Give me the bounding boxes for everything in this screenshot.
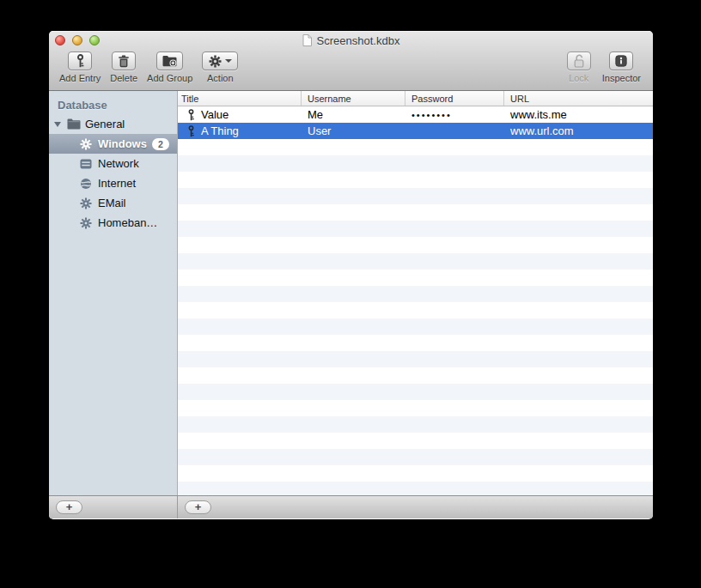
sidebar-item-general[interactable]: General <box>49 114 177 134</box>
table-row-selected[interactable]: A Thing User www.url.com <box>178 123 653 139</box>
inspector-button[interactable]: Inspector <box>602 52 641 83</box>
dropdown-arrow-icon <box>225 59 232 63</box>
window-chrome: Screenshot.kdbx Add Entry <box>49 31 653 91</box>
info-icon <box>615 55 627 67</box>
sidebar-item-windows[interactable]: Windows 2 <box>49 134 177 154</box>
entry-count-badge: 2 <box>152 138 169 150</box>
sidebar-item-label: Windows <box>98 137 147 150</box>
gear-icon <box>79 216 93 230</box>
app-window: Screenshot.kdbx Add Entry <box>49 31 653 519</box>
toolbar-left-group: Add Entry Delete <box>59 52 238 83</box>
folder-icon <box>67 118 81 131</box>
toolbar-right-group: Lock Inspector <box>567 52 641 83</box>
add-entry-footer-button[interactable]: + <box>185 500 211 514</box>
disclosure-triangle-icon[interactable] <box>54 122 61 127</box>
globe-icon <box>79 177 93 191</box>
column-header-title[interactable]: Title <box>178 91 302 106</box>
table-row[interactable]: Value Me •••••••• www.its.me <box>178 106 653 123</box>
sidebar-item-label: EMail <box>98 197 126 209</box>
sidebar-item-label: Homeban… <box>98 216 157 229</box>
window-icon <box>79 157 93 171</box>
gear-icon <box>79 197 93 210</box>
delete-button[interactable]: Delete <box>110 52 137 83</box>
table-footer: + <box>178 496 653 518</box>
key-icon <box>187 109 195 121</box>
entry-username: User <box>302 124 405 137</box>
sidebar-item-label: Network <box>98 157 139 170</box>
entry-url: www.its.me <box>504 108 653 121</box>
add-group-footer-button[interactable]: + <box>56 500 82 514</box>
add-group-label: Add Group <box>147 73 192 83</box>
key-icon <box>76 54 85 68</box>
window-title: Screenshot.kdbx <box>317 34 400 47</box>
table-header: Title Username Password URL <box>178 91 653 106</box>
sidebar-item-network[interactable]: Network <box>49 154 177 173</box>
toolbar: Add Entry Delete <box>49 50 653 91</box>
entry-table: Title Username Password URL Value <box>178 91 653 495</box>
sidebar-section-header: Database <box>49 96 177 114</box>
column-header-username[interactable]: Username <box>302 91 405 106</box>
column-header-password[interactable]: Password <box>405 91 504 106</box>
delete-label: Delete <box>110 73 137 83</box>
gear-icon <box>209 55 222 68</box>
title-wrap: Screenshot.kdbx <box>49 31 653 50</box>
titlebar[interactable]: Screenshot.kdbx <box>49 31 653 50</box>
lock-open-icon <box>573 54 585 68</box>
sidebar-footer: + <box>49 496 178 518</box>
key-icon <box>187 125 195 137</box>
entry-title: Value <box>201 108 229 121</box>
inspector-label: Inspector <box>602 73 641 83</box>
sidebar-item-email[interactable]: EMail <box>49 193 177 213</box>
sidebar-item-label: Internet <box>98 177 136 190</box>
sidebar-item-internet[interactable]: Internet <box>49 173 177 193</box>
column-header-url[interactable]: URL <box>504 91 653 106</box>
add-entry-button[interactable]: Add Entry <box>59 52 101 83</box>
lock-label: Lock <box>569 73 588 83</box>
trash-icon <box>118 55 130 68</box>
sidebar: Database General <box>49 91 178 495</box>
add-entry-label: Add Entry <box>59 73 101 83</box>
gear-icon <box>79 137 93 151</box>
entry-title: A Thing <box>201 124 239 137</box>
table-body: Value Me •••••••• www.its.me A <box>178 106 653 495</box>
entry-username: Me <box>302 108 405 121</box>
lock-button: Lock <box>567 52 591 83</box>
action-label: Action <box>207 73 234 83</box>
sidebar-item-label: General <box>85 118 125 130</box>
bottom-bar: + + <box>49 495 653 518</box>
add-group-button[interactable]: Add Group <box>147 52 192 83</box>
folder-plus-icon <box>162 55 177 67</box>
document-icon <box>302 34 312 46</box>
action-button[interactable]: Action <box>202 52 238 83</box>
entry-password: •••••••• <box>405 110 504 120</box>
entry-url: www.url.com <box>504 124 653 137</box>
sidebar-item-homebanking[interactable]: Homeban… <box>49 213 177 233</box>
main-area: Database General <box>49 91 653 495</box>
